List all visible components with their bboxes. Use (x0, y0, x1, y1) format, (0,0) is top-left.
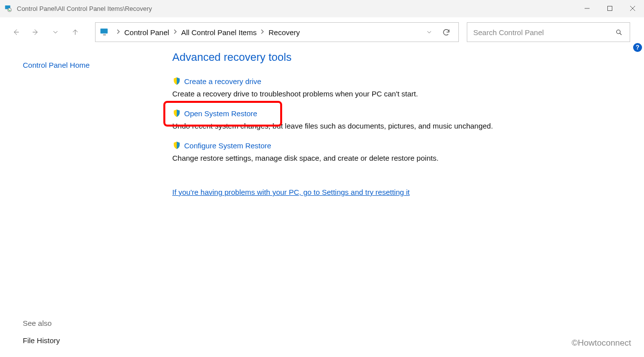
page-title: Advanced recovery tools (172, 51, 624, 64)
settings-reset-link[interactable]: If you're having problems with your PC, … (172, 188, 410, 196)
shield-icon (172, 109, 181, 118)
forward-button[interactable] (26, 22, 46, 42)
search-icon[interactable] (614, 29, 625, 36)
search-input[interactable] (472, 28, 614, 37)
back-button[interactable] (6, 22, 26, 42)
up-button[interactable] (65, 22, 85, 42)
open-system-restore-link[interactable]: Open System Restore (172, 109, 257, 118)
breadcrumb-seg-3[interactable]: Recovery (268, 28, 299, 37)
title-bar: Control Panel\All Control Panel Items\Re… (0, 0, 644, 17)
create-recovery-drive-link[interactable]: Create a recovery drive (172, 77, 261, 86)
tool-desc: Change restore settings, manage disk spa… (172, 154, 624, 162)
sidebar: Control Panel Home See also File History (0, 47, 158, 357)
chevron-right-icon (173, 29, 177, 36)
link-label: Create a recovery drive (184, 77, 261, 86)
tool-desc: Undo recent system changes, but leave fi… (172, 122, 624, 130)
tool-create-recovery-drive: Create a recovery drive Create a recover… (172, 77, 624, 98)
svg-rect-3 (608, 6, 612, 11)
svg-rect-6 (100, 29, 108, 34)
chevron-right-icon (116, 29, 120, 36)
tool-configure-system-restore: Configure System Restore Change restore … (172, 141, 624, 162)
close-button[interactable] (621, 0, 644, 17)
breadcrumb-seg-2[interactable]: All Control Panel Items (181, 28, 257, 37)
content-area: ? Advanced recovery tools Create a recov… (158, 47, 644, 357)
svg-point-8 (617, 30, 621, 34)
refresh-button[interactable] (438, 23, 454, 42)
shield-icon (172, 141, 181, 150)
toolbar: Control Panel All Control Panel Items Re… (0, 17, 644, 47)
tool-open-system-restore: Open System Restore Undo recent system c… (172, 109, 624, 130)
svg-line-9 (620, 33, 621, 35)
maximize-button[interactable] (598, 0, 621, 17)
recent-menu-button[interactable] (46, 22, 65, 42)
configure-system-restore-link[interactable]: Configure System Restore (172, 141, 271, 150)
app-icon (4, 4, 13, 13)
chevron-right-icon (260, 29, 264, 36)
file-history-link[interactable]: File History (23, 336, 60, 345)
control-panel-icon (99, 27, 110, 38)
help-icon[interactable]: ? (633, 43, 642, 52)
svg-rect-7 (103, 35, 106, 36)
breadcrumb-seg-1[interactable]: Control Panel (124, 28, 169, 37)
tool-desc: Create a recovery drive to troubleshoot … (172, 89, 624, 98)
watermark: ©Howtoconnect (572, 338, 631, 348)
control-panel-home-link[interactable]: Control Panel Home (23, 61, 149, 69)
address-bar[interactable]: Control Panel All Control Panel Items Re… (95, 22, 459, 42)
shield-icon (172, 77, 181, 86)
window-title: Control Panel\All Control Panel Items\Re… (17, 5, 152, 12)
link-label: Configure System Restore (184, 141, 271, 150)
minimize-button[interactable] (576, 0, 598, 17)
address-history-button[interactable] (421, 23, 438, 42)
see-also-heading: See also (23, 319, 51, 327)
svg-point-1 (8, 8, 12, 12)
link-label: Open System Restore (184, 109, 257, 118)
search-box[interactable] (467, 22, 630, 42)
